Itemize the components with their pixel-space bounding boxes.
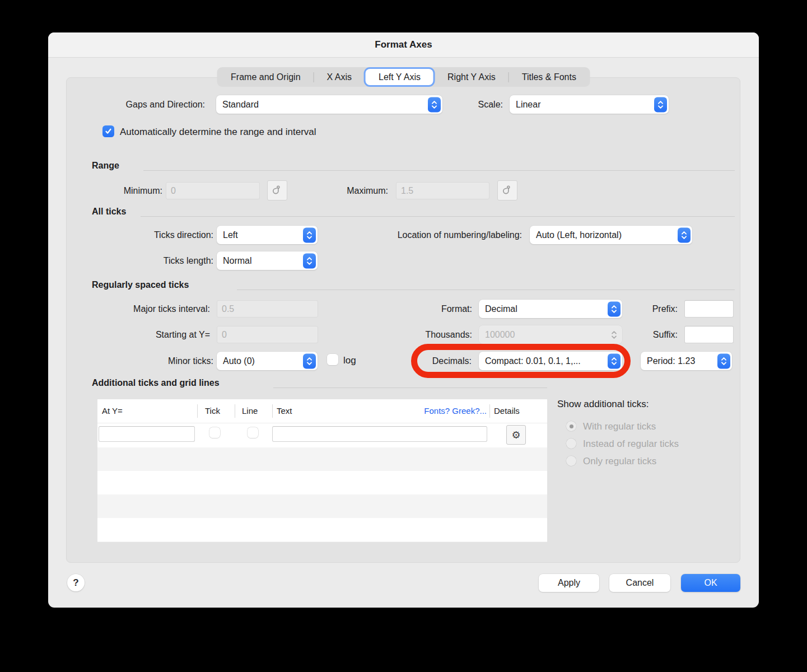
hook-icon: [271, 184, 283, 197]
format-label: Format:: [416, 300, 472, 318]
auto-range-label: Automatically determine the range and in…: [120, 126, 456, 138]
gear-icon: ⚙: [511, 429, 520, 441]
chevron-updown-icon: [303, 227, 316, 242]
period-dropdown[interactable]: Period: 1.23: [641, 352, 732, 370]
chevron-updown-icon: [303, 253, 316, 268]
additional-ticks-table: At Y= Tick Line Text Fonts? Greek?... De…: [97, 399, 547, 542]
suffix-label: Suffix:: [622, 326, 678, 343]
column-divider: [197, 404, 198, 418]
auto-range-checkbox[interactable]: [102, 125, 114, 137]
hook-icon: [501, 184, 514, 197]
column-divider: [235, 404, 235, 418]
tick-checkbox[interactable]: [209, 427, 220, 438]
maximum-label: Maximum:: [283, 182, 388, 199]
format-dropdown[interactable]: Decimal: [479, 300, 622, 318]
help-button[interactable]: ?: [67, 574, 85, 591]
minor-ticks-dropdown[interactable]: Auto (0): [217, 352, 318, 370]
cancel-button[interactable]: Cancel: [609, 574, 670, 592]
chevron-updown-icon: [717, 353, 730, 368]
range-section-title: Range: [92, 161, 119, 171]
scale-dropdown[interactable]: Linear: [510, 95, 669, 114]
question-mark-icon: ?: [73, 577, 78, 589]
suffix-input[interactable]: [684, 326, 734, 343]
dialog-titlebar: Format Axes: [48, 32, 759, 58]
tab-left-y-axis[interactable]: Left Y Axis: [366, 69, 433, 85]
section-divider: [141, 216, 735, 217]
format-axes-dialog: Format Axes Frame and Origin X Axis Left…: [48, 32, 759, 608]
header-divider: [97, 423, 547, 423]
at-y-input[interactable]: [99, 426, 195, 442]
text-input[interactable]: [272, 426, 487, 442]
maximum-hook-button[interactable]: [497, 180, 517, 200]
minimum-label: Minimum:: [82, 182, 162, 199]
decimals-label: Decimals:: [416, 352, 472, 370]
major-ticks-interval-label: Major ticks interval:: [98, 300, 210, 318]
thousands-label: Thousands:: [399, 325, 472, 344]
tab-bar: Frame and Origin X Axis Left Y Axis Righ…: [217, 67, 590, 87]
column-header-details: Details: [494, 399, 520, 423]
prefix-input[interactable]: [684, 300, 734, 318]
section-divider: [273, 388, 547, 388]
ticks-length-dropdown[interactable]: Normal: [217, 251, 318, 270]
tab-titles-fonts[interactable]: Titles & Fonts: [509, 67, 589, 87]
scale-label: Scale:: [449, 95, 503, 114]
table-empty-rows: [97, 447, 547, 542]
chevron-updown-icon: [608, 327, 621, 342]
chevron-updown-icon: [654, 97, 667, 112]
chevron-updown-icon: [608, 301, 621, 316]
section-divider: [237, 290, 735, 290]
prefix-label: Prefix:: [622, 300, 678, 318]
maximum-input[interactable]: [396, 182, 489, 199]
column-header-tick: Tick: [205, 399, 220, 423]
log-label: log: [343, 354, 377, 366]
numbering-location-label: Location of numbering/labeling:: [317, 226, 522, 244]
gaps-direction-dropdown[interactable]: Standard: [216, 95, 442, 114]
radio-label: With regular ticks: [583, 421, 656, 432]
column-divider: [272, 404, 273, 418]
checkmark-icon: [105, 128, 112, 135]
numbering-location-dropdown[interactable]: Auto (Left, horizontal): [530, 226, 692, 244]
tab-x-axis[interactable]: X Axis: [314, 67, 365, 87]
screen-background: Format Axes Frame and Origin X Axis Left…: [0, 0, 807, 672]
line-checkbox[interactable]: [248, 427, 258, 438]
radio-instead-of-regular-ticks[interactable]: [566, 438, 576, 449]
radio-label: Only regular ticks: [583, 456, 656, 467]
all-ticks-section-title: All ticks: [92, 207, 126, 217]
apply-button[interactable]: Apply: [539, 574, 599, 592]
column-divider: [489, 404, 490, 418]
ticks-direction-label: Ticks direction:: [101, 226, 213, 244]
ok-button[interactable]: OK: [681, 574, 740, 592]
radio-only-regular-ticks[interactable]: [566, 456, 576, 466]
radio-with-regular-ticks[interactable]: [566, 421, 576, 431]
regular-ticks-section-title: Regularly spaced ticks: [92, 280, 189, 290]
log-checkbox[interactable]: [327, 354, 338, 365]
column-header-text: Text: [277, 399, 292, 423]
minor-ticks-label: Minor ticks:: [101, 352, 213, 370]
fonts-greek-link[interactable]: Fonts? Greek?...: [424, 399, 487, 423]
dialog-title: Format Axes: [375, 39, 432, 50]
chevron-updown-icon: [678, 227, 691, 242]
details-gear-button[interactable]: ⚙: [506, 425, 526, 445]
column-header-at-y: At Y=: [102, 399, 123, 423]
column-header-line: Line: [242, 399, 258, 423]
ticks-length-label: Ticks length:: [101, 251, 213, 270]
chevron-updown-icon: [303, 353, 316, 368]
major-ticks-interval-input[interactable]: [217, 300, 318, 318]
chevron-updown-icon: [608, 353, 621, 368]
decimals-dropdown[interactable]: Compact: 0.01, 0.1, 1,...: [479, 352, 622, 370]
radio-label: Instead of regular ticks: [583, 438, 679, 450]
tab-frame-and-origin[interactable]: Frame and Origin: [218, 67, 314, 87]
additional-ticks-section-title: Additional ticks and grid lines: [92, 378, 220, 388]
section-divider: [143, 170, 735, 171]
show-additional-ticks-label: Show additional ticks:: [557, 399, 742, 410]
tab-right-y-axis[interactable]: Right Y Axis: [435, 67, 509, 87]
thousands-dropdown: 100000: [479, 325, 622, 344]
starting-at-y-input[interactable]: [217, 326, 318, 343]
starting-at-y-label: Starting at Y=: [98, 326, 210, 343]
ticks-direction-dropdown[interactable]: Left: [217, 226, 318, 244]
chevron-updown-icon: [428, 97, 441, 112]
minimum-input[interactable]: [166, 182, 260, 199]
gaps-direction-label: Gaps and Direction:: [82, 95, 205, 114]
